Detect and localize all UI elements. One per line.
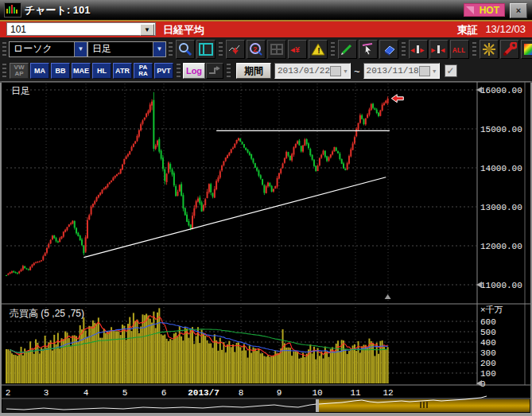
svg-text:11000.00: 11000.00 xyxy=(480,281,522,290)
volume-panel-title: 売買高 (5 ,25 ,75) xyxy=(10,307,84,321)
svg-text:200: 200 xyxy=(480,359,496,368)
svg-text:15000.00: 15000.00 xyxy=(480,125,522,134)
candlestick-series xyxy=(6,92,389,276)
svg-text:4: 4 xyxy=(83,388,89,398)
svg-text:2013/7: 2013/7 xyxy=(188,388,219,398)
latest-price-arrow-icon xyxy=(391,95,403,103)
svg-text:300: 300 xyxy=(480,348,496,358)
svg-text:600: 600 xyxy=(480,317,496,327)
navigator-thumb-handle[interactable] xyxy=(316,399,319,412)
price-volume-chart[interactable]: 16000.0015000.0014000.0013000.0012000.00… xyxy=(0,0,532,416)
svg-text:14000.00: 14000.00 xyxy=(480,164,522,173)
svg-text:5: 5 xyxy=(122,388,128,398)
svg-text:10: 10 xyxy=(312,388,322,398)
last-bar-marker-icon xyxy=(385,294,391,299)
svg-text:400: 400 xyxy=(480,338,496,348)
chart-window: チャート: 101 HOT × 101 ▼ 日経平均 東証 13/12/03 ロ… xyxy=(0,0,532,416)
svg-text:12: 12 xyxy=(382,388,393,398)
svg-text:11: 11 xyxy=(350,388,361,398)
svg-text:16000.00: 16000.00 xyxy=(480,86,522,95)
svg-text:500: 500 xyxy=(480,328,496,337)
svg-text:100: 100 xyxy=(480,369,496,379)
svg-text:12000.00: 12000.00 xyxy=(480,242,522,251)
svg-text:8: 8 xyxy=(239,388,244,398)
navigator-grip-icon xyxy=(423,402,425,408)
navigator-grip-icon xyxy=(420,402,421,408)
svg-text:2: 2 xyxy=(6,388,11,398)
navigator-grip-icon xyxy=(426,402,428,408)
volume-unit-label: ×千万 xyxy=(480,304,503,316)
svg-text:9: 9 xyxy=(277,388,282,398)
svg-text:3: 3 xyxy=(44,388,49,398)
price-panel-title: 日足 xyxy=(11,84,30,98)
svg-text:13000.00: 13000.00 xyxy=(480,203,522,212)
svg-text:6: 6 xyxy=(161,388,167,398)
